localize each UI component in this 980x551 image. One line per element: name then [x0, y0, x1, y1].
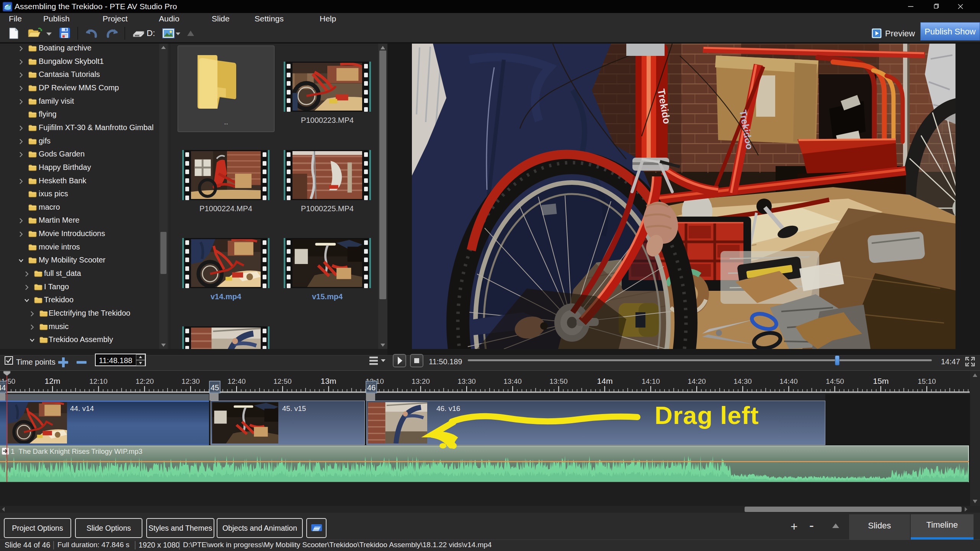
svg-text:44: 44: [0, 383, 6, 392]
svg-text:45: 45: [211, 383, 219, 392]
svg-text:46: 46: [367, 383, 376, 392]
